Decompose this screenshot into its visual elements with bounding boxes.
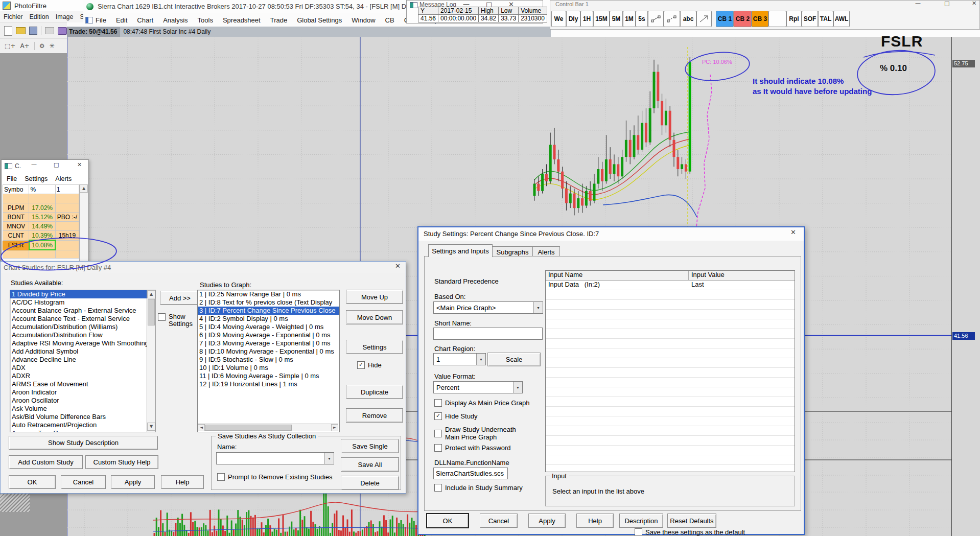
- show-settings-checkbox[interactable]: Show Settings: [158, 313, 202, 328]
- photofiltre-title-bar[interactable]: PhotoFiltre: [0, 0, 83, 11]
- brush-tool-icon[interactable]: ✳: [49, 42, 54, 50]
- studies-available-scrollbar[interactable]: ▲ ▼: [147, 290, 156, 432]
- input-name-column-header[interactable]: Input Name: [546, 271, 689, 280]
- chevron-down-icon[interactable]: ▼: [324, 453, 334, 464]
- close-icon[interactable]: ✕: [790, 228, 796, 236]
- study-available-item[interactable]: ARMS Ease of Movement: [10, 380, 147, 388]
- pf-menu-image[interactable]: Image: [56, 13, 74, 20]
- cancel-button[interactable]: Cancel: [480, 514, 518, 528]
- control-bar-button-5m[interactable]: 5M: [610, 11, 623, 27]
- scale-button[interactable]: Scale: [487, 353, 541, 366]
- sierra-menu-edit[interactable]: Edit: [116, 16, 127, 24]
- chart-region-dropdown[interactable]: 1▼: [433, 353, 486, 365]
- watchlist-percent-cell[interactable]: 15.12%: [29, 213, 55, 222]
- show-study-description-button[interactable]: Show Study Description: [9, 436, 158, 450]
- watchlist-row[interactable]: MNOV14.49%: [3, 222, 79, 231]
- help-button[interactable]: Help: [576, 514, 614, 528]
- text-tool-icon[interactable]: A+: [20, 42, 29, 50]
- control-bar-button-1h[interactable]: 1H: [580, 11, 593, 27]
- watchlist-percent-cell[interactable]: [29, 194, 55, 203]
- delete-button[interactable]: Delete: [341, 476, 399, 490]
- scanner-icon[interactable]: [58, 27, 67, 35]
- study-available-item[interactable]: Accumulation/Distribution (Williams): [10, 323, 147, 331]
- study-graph-item[interactable]: 6 | ID:9 Moving Average - Exponential | …: [198, 331, 339, 339]
- watchlist-column-header[interactable]: 1: [55, 185, 79, 194]
- control-bar-button-sof[interactable]: SOF: [802, 11, 818, 27]
- studies-to-graph-hscrollbar[interactable]: ◄ ►: [198, 424, 338, 431]
- display-as-main-checkbox[interactable]: Display As Main Price Graph: [434, 399, 529, 407]
- draw-underneath-checkbox[interactable]: Draw Study Underneath Main Price Graph: [434, 426, 531, 441]
- sierra-menu-tools[interactable]: Tools: [198, 16, 213, 24]
- study-graph-item[interactable]: 9 | ID:5 Stochastic - Slow | 0 ms: [198, 356, 339, 364]
- trendline-dashed-tool-button[interactable]: [664, 11, 680, 27]
- help-button[interactable]: Help: [161, 475, 204, 489]
- control-bar-button-cb-3[interactable]: CB 3: [752, 11, 768, 27]
- based-on-dropdown[interactable]: <Main Price Graph>▼: [433, 301, 543, 314]
- study-available-item[interactable]: 1 Divided by Price: [10, 290, 147, 298]
- add-study-button[interactable]: Add >>: [160, 291, 200, 305]
- scroll-left-icon[interactable]: ◄: [198, 424, 205, 431]
- save-single-button[interactable]: Save Single: [341, 439, 399, 453]
- sierra-menu-spreadsheet[interactable]: Spreadsheet: [223, 16, 261, 24]
- maximize-icon[interactable]: □: [944, 0, 949, 7]
- sierra-menu-trade[interactable]: Trade: [270, 16, 287, 24]
- watchlist-symbol-cell[interactable]: FSLR: [3, 240, 29, 250]
- study-available-item[interactable]: Aroon Oscillator: [10, 397, 147, 405]
- control-bar-button-15m[interactable]: 15M: [593, 11, 610, 27]
- duplicate-button[interactable]: Duplicate: [346, 385, 403, 399]
- watchlist-menu-settings[interactable]: Settings: [25, 175, 48, 182]
- tab-settings-and-inputs[interactable]: Settings and Inputs: [428, 244, 493, 257]
- watchlist-symbol-cell[interactable]: PLPM: [3, 203, 29, 213]
- input-value-column-header[interactable]: Input Value: [689, 271, 795, 280]
- watchlist-percent-cell[interactable]: 10.39%: [29, 231, 55, 241]
- study-available-item[interactable]: Add Additional Symbol: [10, 347, 147, 356]
- watchlist-symbol-cell[interactable]: MNOV: [3, 222, 29, 231]
- study-graph-item[interactable]: 12 | ID:19 Horizontal Lines | 1 ms: [198, 380, 339, 388]
- price-scale[interactable]: 53.0052.0051.0050.0049.0048.0047.0046.00…: [951, 37, 980, 536]
- dialog-title-bar[interactable]: Study Settings: Percent Change Since Pre…: [418, 227, 804, 241]
- study-available-item[interactable]: ADX: [10, 364, 147, 372]
- chevron-down-icon[interactable]: ▼: [476, 354, 485, 365]
- watchlist-percent-cell[interactable]: 14.49%: [29, 222, 55, 231]
- inputs-table[interactable]: Input Name Input Value Input Data (In:2)…: [545, 270, 795, 472]
- watchlist-percent-cell[interactable]: 17.02%: [29, 203, 55, 213]
- scroll-up-icon[interactable]: ▲: [147, 290, 155, 298]
- sierra-menu-file[interactable]: File: [96, 16, 106, 24]
- watchlist-menu-alerts[interactable]: Alerts: [55, 175, 72, 182]
- control-bar-button-1m[interactable]: 1M: [623, 11, 636, 27]
- study-graph-item[interactable]: 3 | ID:7 Percent Change Since Previous C…: [198, 307, 339, 315]
- study-graph-item[interactable]: 5 | ID:4 Moving Average - Weighted | 0 m…: [198, 323, 339, 331]
- pf-menu-fichier[interactable]: Fichier: [4, 13, 23, 20]
- study-graph-item[interactable]: 7 | ID:3 Moving Average - Exponential | …: [198, 339, 339, 347]
- study-available-item[interactable]: Account Balance Graph - External Service: [10, 307, 147, 315]
- minimize-icon[interactable]: —: [31, 161, 37, 168]
- sierra-menu-analysis[interactable]: Analysis: [163, 16, 188, 24]
- apply-button[interactable]: Apply: [111, 475, 155, 489]
- control-bar-button-dly[interactable]: Dly: [566, 11, 580, 27]
- dialog-title-bar[interactable]: Chart Studies for: FSLR [M] Daily #4 ✕: [1, 262, 406, 273]
- tab-alerts[interactable]: Alerts: [532, 246, 560, 257]
- trendline-tool-button[interactable]: [648, 11, 664, 27]
- scroll-right-icon[interactable]: ►: [331, 424, 338, 431]
- settings-gear-icon[interactable]: ⚙: [39, 42, 45, 50]
- protect-password-checkbox[interactable]: Protect with Password: [434, 444, 511, 452]
- watchlist-row[interactable]: [3, 194, 79, 203]
- studies-available-list[interactable]: 1 Divided by PriceAC/DC HistogramAccount…: [10, 290, 148, 432]
- control-bar-button-abc[interactable]: abc: [680, 11, 696, 27]
- control-bar-button-rpl[interactable]: Rpl: [786, 11, 802, 27]
- pf-menu-edition[interactable]: Edition: [30, 13, 49, 20]
- study-graph-item[interactable]: 11 | ID:6 Moving Average - Simple | 0 ms: [198, 372, 339, 380]
- tab-subgraphs[interactable]: Subgraphs: [492, 246, 533, 257]
- close-icon[interactable]: ✕: [972, 0, 976, 7]
- new-file-icon[interactable]: [4, 26, 12, 36]
- short-name-input[interactable]: [433, 328, 543, 340]
- control-bar-button-cb-2[interactable]: CB 2: [734, 11, 752, 27]
- study-available-item[interactable]: Accumulation/Distribution Flow: [10, 331, 147, 339]
- watchlist-symbol-cell[interactable]: CLNT: [3, 231, 29, 241]
- study-graph-item[interactable]: 2 | ID:8 Text for % previos close (Text …: [198, 298, 339, 307]
- close-icon[interactable]: ✕: [77, 161, 82, 168]
- study-graph-item[interactable]: 8 | ID:10 Moving Average - Exponential |…: [198, 347, 339, 356]
- study-available-item[interactable]: Ask/Bid Volume Difference Bars: [10, 413, 147, 421]
- study-available-item[interactable]: AC/DC Histogram: [10, 298, 147, 307]
- input-row[interactable]: Input Data (In:2) Last: [546, 281, 795, 290]
